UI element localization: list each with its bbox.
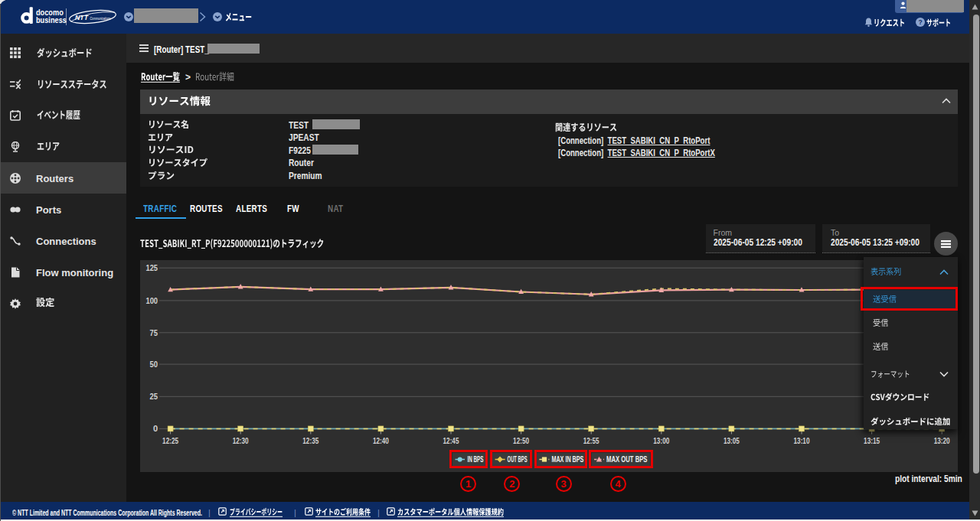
svg-text:NTT: NTT: [75, 14, 89, 21]
svg-text:13:15: 13:15: [864, 436, 880, 445]
svg-text:12:30: 12:30: [233, 436, 249, 445]
svg-text:13:05: 13:05: [724, 436, 740, 445]
svg-text:75: 75: [150, 328, 158, 337]
svg-text:12:35: 12:35: [302, 436, 318, 445]
svg-text:12:45: 12:45: [443, 436, 459, 445]
svg-text:12:50: 12:50: [513, 436, 529, 445]
svg-text:50: 50: [150, 360, 158, 369]
svg-text:125: 125: [146, 263, 158, 272]
svg-text:25: 25: [150, 392, 158, 401]
svg-text:100: 100: [146, 296, 158, 305]
svg-text:0: 0: [153, 424, 158, 433]
svg-text:12:40: 12:40: [373, 436, 389, 445]
svg-text:12:55: 12:55: [583, 436, 599, 445]
svg-text:13:10: 13:10: [794, 436, 810, 445]
svg-text:13:00: 13:00: [653, 436, 669, 445]
svg-text:?: ?: [918, 18, 922, 26]
svg-text:12:25: 12:25: [162, 436, 178, 445]
svg-text:Communications: Communications: [90, 16, 111, 21]
svg-text:13:20: 13:20: [934, 436, 950, 445]
